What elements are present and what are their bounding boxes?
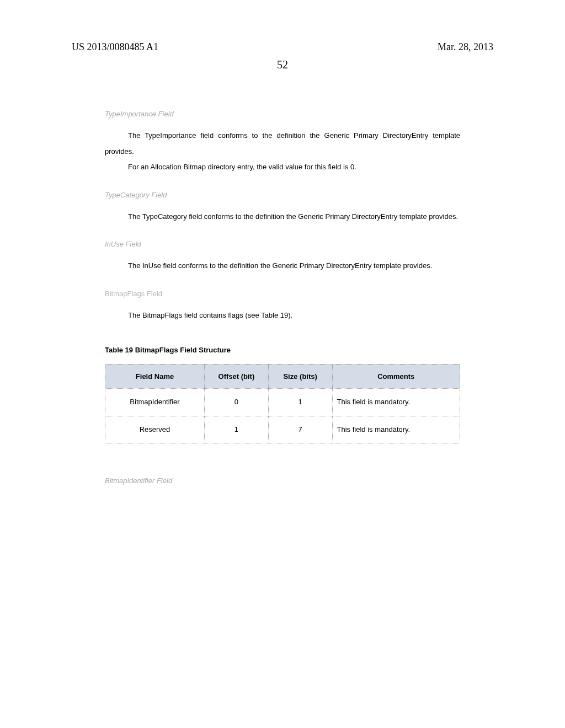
heading-bitmapflags: BitmapFlags Field (105, 290, 460, 298)
td-field-name: BitmapIdentifier (105, 388, 205, 416)
th-offset: Offset (bit) (205, 364, 269, 388)
heading-inuse: InUse Field (105, 240, 460, 248)
td-field-name: Reserved (105, 416, 205, 443)
page-content: TypeImportance Field The TypeImportance … (72, 110, 493, 485)
heading-typeimportance: TypeImportance Field (105, 110, 460, 118)
table-row: Reserved 1 7 This field is mandatory. (105, 416, 460, 443)
page-header: US 2013/0080485 A1 Mar. 28, 2013 (72, 41, 493, 53)
heading-bitmapidentifier: BitmapIdentifier Field (105, 477, 460, 485)
td-size: 7 (268, 416, 332, 443)
paragraph: The TypeCategory field conforms to the d… (105, 209, 460, 225)
th-comments: Comments (332, 364, 460, 388)
td-comments: This field is mandatory. (332, 416, 460, 443)
td-comments: This field is mandatory. (332, 388, 460, 416)
td-offset: 0 (205, 388, 269, 416)
paragraph: The InUse field conforms to the definiti… (105, 258, 460, 274)
td-offset: 1 (205, 416, 269, 443)
table-title: Table 19 BitmapFlags Field Structure (105, 346, 460, 354)
th-field-name: Field Name (105, 364, 205, 388)
paragraph: The TypeImportance field conforms to the… (105, 128, 460, 159)
page-container: US 2013/0080485 A1 Mar. 28, 2013 52 Type… (0, 0, 565, 528)
publication-number: US 2013/0080485 A1 (72, 41, 158, 53)
table-header-row: Field Name Offset (bit) Size (bits) Comm… (105, 364, 460, 388)
table-row: BitmapIdentifier 0 1 This field is manda… (105, 388, 460, 416)
th-size: Size (bits) (268, 364, 332, 388)
td-size: 1 (268, 388, 332, 416)
paragraph: The BitmapFlags field contains flags (se… (105, 308, 460, 324)
page-number: 52 (72, 58, 493, 71)
heading-typecategory: TypeCategory Field (105, 191, 460, 199)
bitmapflags-table: Field Name Offset (bit) Size (bits) Comm… (105, 364, 460, 444)
paragraph: For an Allocation Bitmap directory entry… (105, 159, 460, 175)
publication-date: Mar. 28, 2013 (438, 41, 493, 53)
